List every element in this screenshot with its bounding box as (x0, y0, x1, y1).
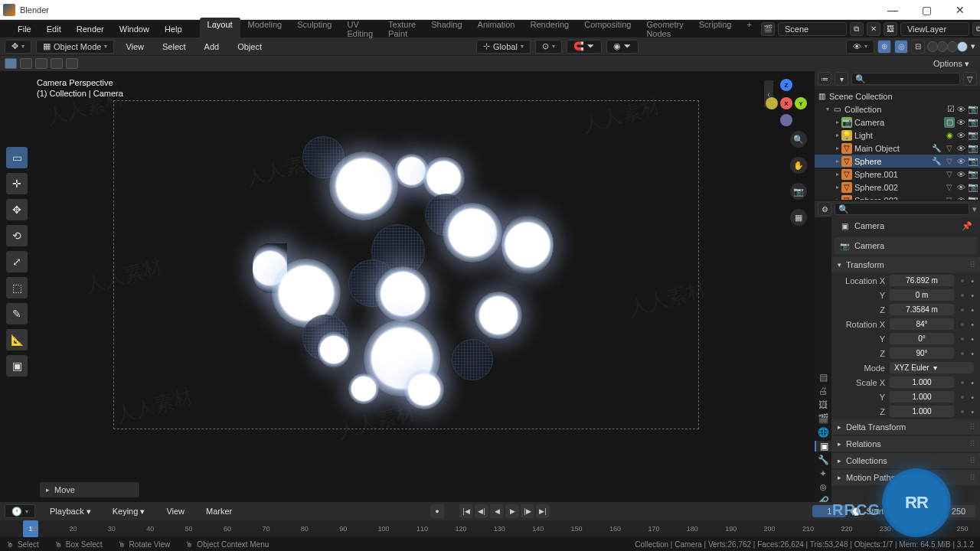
scene-name-field[interactable]: Scene (778, 22, 847, 36)
autokey-toggle[interactable]: ● (430, 504, 444, 518)
select-mode-3[interactable] (35, 58, 47, 69)
tab-layout[interactable]: Layout (200, 18, 240, 41)
properties-search[interactable]: 🔍 (835, 203, 969, 215)
prop-tab-output[interactable]: 🖨 (815, 386, 831, 396)
tab-shading[interactable]: Shading (423, 18, 469, 41)
tl-menu-playback[interactable]: Playback ▾ (43, 504, 98, 519)
proportional-dropdown[interactable]: ◉ ⏷ (606, 40, 639, 54)
tab-uv-editing[interactable]: UV Editing (339, 18, 381, 41)
field-scale-z[interactable]: 1.000 (890, 406, 954, 417)
tool-move[interactable]: ✥ (6, 199, 28, 220)
render-icon[interactable]: 📷 (968, 130, 978, 140)
shading-solid-icon[interactable] (937, 41, 948, 52)
tab-texture-paint[interactable]: Texture Paint (381, 18, 423, 41)
render-icon[interactable]: 📷 (968, 156, 978, 166)
keyframe-prev-icon[interactable]: ◀| (475, 504, 488, 518)
tool-annotate[interactable]: ✎ (6, 303, 28, 324)
tab-compositing[interactable]: Compositing (577, 18, 639, 41)
scene-collection[interactable]: Scene Collection (829, 92, 978, 101)
properties-editor-icon[interactable]: ⚙ (818, 202, 831, 216)
timeline-editor-icon[interactable]: 🕐▾ (5, 504, 35, 518)
tl-menu-view[interactable]: View (159, 504, 191, 518)
section-delta-transform[interactable]: ▸Delta Transform⠿ (831, 419, 980, 435)
field-rotation-x[interactable]: 84° (890, 318, 954, 330)
scene-delete-icon[interactable]: ✕ (867, 22, 880, 36)
field-scale-x[interactable]: 1.000 (890, 377, 954, 388)
visibility-dropdown[interactable]: 👁▾ (846, 40, 874, 54)
axis-neg-z-icon[interactable] (780, 114, 792, 126)
section-relations[interactable]: ▸Relations⠿ (831, 436, 980, 452)
editor-type-dropdown[interactable]: ✥▾ (5, 40, 31, 54)
render-icon[interactable]: 📷 (968, 143, 978, 153)
menu-view[interactable]: View (119, 40, 151, 54)
render-icon[interactable]: 📷 (968, 169, 978, 179)
jump-start-icon[interactable]: |◀ (459, 504, 473, 518)
window-minimize[interactable]: — (876, 0, 910, 20)
tool-transform[interactable]: ⬚ (6, 277, 28, 298)
tool-scale[interactable]: ⤢ (6, 251, 28, 272)
tab-scripting[interactable]: Scripting (691, 18, 740, 41)
field-rotation-z[interactable]: 90° (890, 347, 954, 359)
tab-geometry-nodes[interactable]: Geometry Nodes (639, 18, 691, 41)
outliner-display-mode[interactable]: ▾ (835, 72, 848, 86)
shading-rendered-icon[interactable] (957, 41, 968, 52)
field-location-z[interactable]: 7.3584 m (890, 304, 954, 315)
play-icon[interactable]: ▶ (505, 504, 519, 518)
tool-measure[interactable]: 📐 (6, 329, 28, 350)
pin-icon[interactable]: 📌 (962, 221, 972, 231)
checkbox-icon[interactable]: ☑ (947, 104, 955, 114)
outliner-item-main-object[interactable]: Main Object (854, 144, 929, 153)
outliner-item-sphere-001[interactable]: Sphere.001 (854, 170, 942, 179)
eye-icon[interactable]: 👁 (957, 144, 965, 153)
properties-options[interactable]: ▾ (972, 204, 977, 214)
keyframe-next-icon[interactable]: |▶ (521, 504, 534, 518)
outliner-item-sphere-002[interactable]: Sphere.002 (854, 183, 942, 192)
axis-neg-y-icon[interactable] (766, 97, 778, 109)
gizmo-toggle[interactable]: ⊕ (877, 40, 891, 54)
axis-y-icon[interactable]: Y (795, 97, 807, 109)
render-icon[interactable]: 📷 (968, 104, 978, 114)
jump-end-icon[interactable]: ▶| (536, 504, 550, 518)
tool-select-box[interactable]: ▭ (6, 147, 28, 168)
eye-icon[interactable]: 👁 (957, 170, 965, 179)
outliner[interactable]: ▥ Scene Collection ▾ ▭ Collection ☑👁📷 ▸ … (815, 86, 980, 200)
play-reverse-icon[interactable]: ◀ (490, 504, 504, 518)
field-rotation-mode[interactable]: XYZ Euler ▾ (890, 362, 974, 373)
operator-panel-move[interactable]: ▸ Move (40, 482, 139, 497)
overlay-toggle[interactable]: ◎ (894, 40, 908, 54)
scene-browse-icon[interactable]: 🎬 (761, 22, 775, 36)
field-location-x[interactable]: 76.892 m (890, 275, 954, 286)
prop-tab-particles[interactable]: ✦ (815, 468, 831, 479)
eye-icon[interactable]: 👁 (957, 131, 965, 140)
prop-tab-render[interactable]: ▤ (815, 372, 831, 383)
menu-render[interactable]: Render (70, 22, 111, 36)
nav-gizmo[interactable]: Z X Y (764, 79, 808, 123)
tl-menu-marker[interactable]: Marker (199, 504, 239, 518)
axis-x-icon[interactable]: X (780, 97, 792, 109)
orientation-dropdown[interactable]: ⊹ Global▾ (476, 40, 531, 54)
snap-dropdown[interactable]: 🧲 ⏷ (567, 40, 602, 54)
section-transform[interactable]: ▾Transform⠿ (831, 257, 980, 272)
pan-icon[interactable]: ✋ (790, 157, 807, 174)
shading-wireframe-icon[interactable] (927, 41, 938, 52)
scene-copy-icon[interactable]: ⧉ (850, 22, 864, 36)
outliner-editor-icon[interactable]: ≔ (818, 72, 831, 86)
eye-icon[interactable]: 👁 (957, 118, 965, 127)
prop-tab-scene[interactable]: 🎬 (815, 413, 831, 424)
xray-toggle[interactable]: ⊟ (911, 40, 925, 54)
field-location-y[interactable]: 0 m (890, 289, 954, 301)
tool-rotate[interactable]: ⟲ (6, 225, 28, 246)
zoom-icon[interactable]: 🔍 (790, 131, 807, 148)
shading-modes[interactable] (928, 41, 968, 52)
tl-menu-keying[interactable]: Keying ▾ (106, 504, 152, 519)
viewlayer-browse-icon[interactable]: 🖼 (884, 22, 897, 36)
tab-modeling[interactable]: Modeling (240, 18, 290, 41)
menu-help[interactable]: Help (158, 22, 189, 36)
menu-edit[interactable]: Edit (40, 22, 68, 36)
tool-add-cube[interactable]: ▣ (6, 355, 28, 377)
collection-item[interactable]: Collection (844, 105, 945, 114)
menu-select[interactable]: Select (155, 40, 193, 54)
tab-sculpting[interactable]: Sculpting (289, 18, 339, 41)
eye-icon[interactable]: 👁 (957, 157, 965, 166)
select-mode-1[interactable] (5, 58, 17, 69)
